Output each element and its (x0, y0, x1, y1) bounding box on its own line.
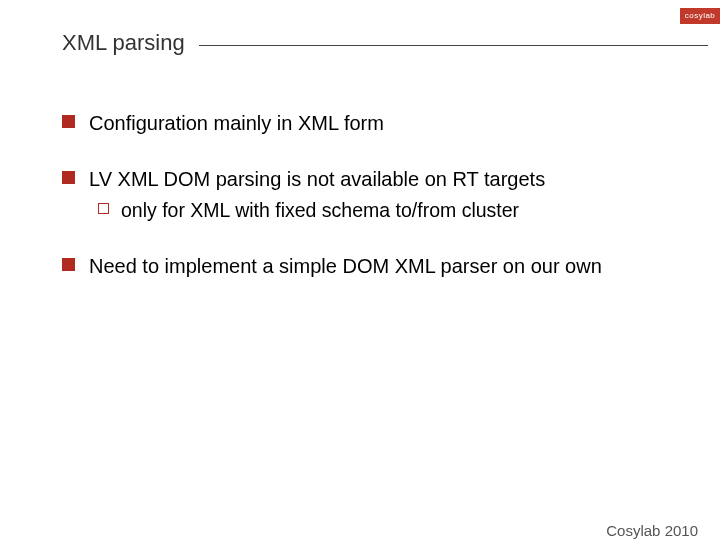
square-bullet-icon (62, 171, 75, 184)
slide-header: XML parsing (62, 30, 708, 56)
bullet-item: Need to implement a simple DOM XML parse… (62, 253, 650, 279)
slide-body: Configuration mainly in XML form LV XML … (62, 80, 650, 279)
logo-badge: cosylab (680, 8, 720, 24)
bullet-text: Need to implement a simple DOM XML parse… (89, 253, 602, 279)
title-rule (199, 45, 708, 46)
square-bullet-icon (62, 258, 75, 271)
footer-text: Cosylab 2010 (606, 522, 698, 539)
bullet-text: Configuration mainly in XML form (89, 110, 384, 136)
bullet-text: LV XML DOM parsing is not available on R… (89, 166, 545, 192)
hollow-square-bullet-icon (98, 203, 109, 214)
square-bullet-icon (62, 115, 75, 128)
sub-bullet-item: only for XML with fixed schema to/from c… (98, 198, 650, 223)
sub-bullet-text: only for XML with fixed schema to/from c… (121, 198, 519, 223)
bullet-item: LV XML DOM parsing is not available on R… (62, 166, 650, 192)
slide-title: XML parsing (62, 30, 195, 56)
bullet-item: Configuration mainly in XML form (62, 110, 650, 136)
slide: cosylab XML parsing Configuration mainly… (0, 0, 720, 553)
